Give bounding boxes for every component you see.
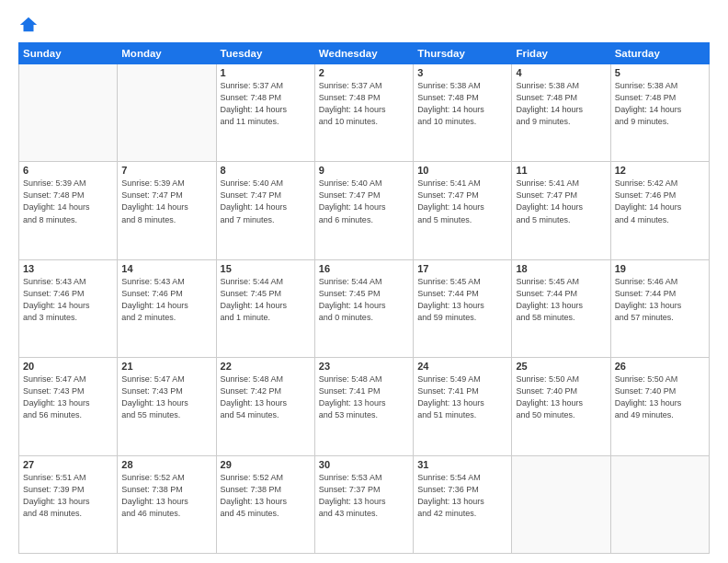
calendar-cell: 6Sunrise: 5:39 AMSunset: 7:48 PMDaylight… — [19, 162, 118, 259]
day-info: Sunrise: 5:42 AMSunset: 7:46 PMDaylight:… — [615, 178, 705, 225]
calendar-cell: 7Sunrise: 5:39 AMSunset: 7:47 PMDaylight… — [118, 162, 216, 259]
day-info: Sunrise: 5:45 AMSunset: 7:44 PMDaylight:… — [417, 276, 507, 324]
calendar-week-5: 27Sunrise: 5:51 AMSunset: 7:39 PMDayligh… — [19, 455, 710, 553]
day-info: Sunrise: 5:54 AMSunset: 7:36 PMDaylight:… — [417, 472, 507, 520]
day-number: 7 — [121, 165, 211, 176]
day-info: Sunrise: 5:51 AMSunset: 7:39 PMDaylight:… — [23, 472, 113, 520]
day-info: Sunrise: 5:41 AMSunset: 7:47 PMDaylight:… — [516, 178, 606, 225]
day-number: 2 — [319, 67, 409, 78]
day-info: Sunrise: 5:50 AMSunset: 7:40 PMDaylight:… — [615, 373, 705, 421]
weekday-header-monday: Monday — [118, 43, 216, 64]
calendar-header-row: SundayMondayTuesdayWednesdayThursdayFrid… — [19, 43, 710, 64]
calendar-cell: 3Sunrise: 5:38 AMSunset: 7:48 PMDaylight… — [414, 64, 512, 162]
day-number: 25 — [516, 361, 606, 372]
calendar-week-3: 13Sunrise: 5:43 AMSunset: 7:46 PMDayligh… — [19, 259, 710, 357]
calendar-cell: 2Sunrise: 5:37 AMSunset: 7:48 PMDaylight… — [314, 64, 413, 162]
day-number: 26 — [615, 361, 705, 372]
calendar-table: SundayMondayTuesdayWednesdayThursdayFrid… — [18, 42, 710, 554]
calendar-cell: 4Sunrise: 5:38 AMSunset: 7:48 PMDaylight… — [512, 64, 610, 162]
day-info: Sunrise: 5:47 AMSunset: 7:43 PMDaylight:… — [23, 373, 113, 421]
day-info: Sunrise: 5:37 AMSunset: 7:48 PMDaylight:… — [221, 80, 311, 128]
calendar-cell: 26Sunrise: 5:50 AMSunset: 7:40 PMDayligh… — [610, 358, 709, 455]
day-info: Sunrise: 5:39 AMSunset: 7:47 PMDaylight:… — [121, 178, 211, 225]
calendar-cell: 19Sunrise: 5:46 AMSunset: 7:44 PMDayligh… — [610, 259, 709, 357]
weekday-header-saturday: Saturday — [610, 43, 709, 64]
calendar-cell: 20Sunrise: 5:47 AMSunset: 7:43 PMDayligh… — [19, 358, 118, 455]
day-info: Sunrise: 5:40 AMSunset: 7:47 PMDaylight:… — [319, 178, 409, 225]
calendar-cell: 21Sunrise: 5:47 AMSunset: 7:43 PMDayligh… — [118, 358, 216, 455]
day-number: 16 — [319, 263, 409, 274]
calendar-cell: 5Sunrise: 5:38 AMSunset: 7:48 PMDaylight… — [610, 64, 709, 162]
day-info: Sunrise: 5:44 AMSunset: 7:45 PMDaylight:… — [319, 276, 409, 324]
day-number: 14 — [121, 263, 211, 274]
svg-marker-0 — [20, 17, 37, 32]
calendar-cell: 15Sunrise: 5:44 AMSunset: 7:45 PMDayligh… — [216, 259, 314, 357]
day-info: Sunrise: 5:53 AMSunset: 7:37 PMDaylight:… — [319, 472, 409, 520]
day-info: Sunrise: 5:49 AMSunset: 7:41 PMDaylight:… — [417, 373, 507, 421]
day-number: 15 — [221, 263, 311, 274]
calendar-cell — [610, 455, 709, 553]
weekday-header-friday: Friday — [512, 43, 610, 64]
calendar-cell: 29Sunrise: 5:52 AMSunset: 7:38 PMDayligh… — [216, 455, 314, 553]
day-number: 27 — [23, 459, 113, 470]
day-info: Sunrise: 5:38 AMSunset: 7:48 PMDaylight:… — [417, 80, 507, 128]
day-info: Sunrise: 5:52 AMSunset: 7:38 PMDaylight:… — [121, 472, 211, 520]
day-number: 19 — [615, 263, 705, 274]
day-number: 30 — [319, 459, 409, 470]
calendar-cell: 22Sunrise: 5:48 AMSunset: 7:42 PMDayligh… — [216, 358, 314, 455]
day-number: 23 — [319, 361, 409, 372]
logo — [18, 15, 40, 35]
calendar-cell: 13Sunrise: 5:43 AMSunset: 7:46 PMDayligh… — [19, 259, 118, 357]
page: SundayMondayTuesdayWednesdayThursdayFrid… — [0, 0, 728, 563]
day-number: 29 — [221, 459, 311, 470]
calendar-week-2: 6Sunrise: 5:39 AMSunset: 7:48 PMDaylight… — [19, 162, 710, 259]
weekday-header-thursday: Thursday — [414, 43, 512, 64]
calendar-cell — [19, 64, 118, 162]
day-info: Sunrise: 5:43 AMSunset: 7:46 PMDaylight:… — [121, 276, 211, 324]
calendar-cell: 23Sunrise: 5:48 AMSunset: 7:41 PMDayligh… — [314, 358, 413, 455]
day-number: 31 — [417, 459, 507, 470]
day-info: Sunrise: 5:40 AMSunset: 7:47 PMDaylight:… — [221, 178, 311, 225]
calendar-week-1: 1Sunrise: 5:37 AMSunset: 7:48 PMDaylight… — [19, 64, 710, 162]
header — [18, 15, 710, 35]
calendar-cell: 28Sunrise: 5:52 AMSunset: 7:38 PMDayligh… — [118, 455, 216, 553]
day-info: Sunrise: 5:41 AMSunset: 7:47 PMDaylight:… — [417, 178, 507, 225]
day-number: 21 — [121, 361, 211, 372]
calendar-cell: 25Sunrise: 5:50 AMSunset: 7:40 PMDayligh… — [512, 358, 610, 455]
calendar-cell: 31Sunrise: 5:54 AMSunset: 7:36 PMDayligh… — [414, 455, 512, 553]
day-number: 10 — [417, 165, 507, 176]
day-info: Sunrise: 5:48 AMSunset: 7:42 PMDaylight:… — [221, 373, 311, 421]
day-info: Sunrise: 5:38 AMSunset: 7:48 PMDaylight:… — [615, 80, 705, 128]
day-number: 12 — [615, 165, 705, 176]
day-info: Sunrise: 5:48 AMSunset: 7:41 PMDaylight:… — [319, 373, 409, 421]
calendar-cell: 12Sunrise: 5:42 AMSunset: 7:46 PMDayligh… — [610, 162, 709, 259]
day-number: 18 — [516, 263, 606, 274]
day-info: Sunrise: 5:45 AMSunset: 7:44 PMDaylight:… — [516, 276, 606, 324]
calendar-cell: 16Sunrise: 5:44 AMSunset: 7:45 PMDayligh… — [314, 259, 413, 357]
day-info: Sunrise: 5:38 AMSunset: 7:48 PMDaylight:… — [516, 80, 606, 128]
day-number: 17 — [417, 263, 507, 274]
calendar-cell: 27Sunrise: 5:51 AMSunset: 7:39 PMDayligh… — [19, 455, 118, 553]
day-number: 5 — [615, 67, 705, 78]
calendar-cell: 9Sunrise: 5:40 AMSunset: 7:47 PMDaylight… — [314, 162, 413, 259]
calendar-cell: 10Sunrise: 5:41 AMSunset: 7:47 PMDayligh… — [414, 162, 512, 259]
calendar-cell: 17Sunrise: 5:45 AMSunset: 7:44 PMDayligh… — [414, 259, 512, 357]
weekday-header-wednesday: Wednesday — [314, 43, 413, 64]
weekday-header-tuesday: Tuesday — [216, 43, 314, 64]
day-number: 4 — [516, 67, 606, 78]
day-number: 6 — [23, 165, 113, 176]
calendar-cell: 14Sunrise: 5:43 AMSunset: 7:46 PMDayligh… — [118, 259, 216, 357]
day-number: 13 — [23, 263, 113, 274]
day-number: 3 — [417, 67, 507, 78]
day-info: Sunrise: 5:39 AMSunset: 7:48 PMDaylight:… — [23, 178, 113, 225]
day-number: 24 — [417, 361, 507, 372]
calendar-cell — [512, 455, 610, 553]
day-info: Sunrise: 5:43 AMSunset: 7:46 PMDaylight:… — [23, 276, 113, 324]
calendar-cell: 30Sunrise: 5:53 AMSunset: 7:37 PMDayligh… — [314, 455, 413, 553]
day-number: 1 — [221, 67, 311, 78]
calendar-cell: 1Sunrise: 5:37 AMSunset: 7:48 PMDaylight… — [216, 64, 314, 162]
day-number: 22 — [221, 361, 311, 372]
day-number: 8 — [221, 165, 311, 176]
day-info: Sunrise: 5:46 AMSunset: 7:44 PMDaylight:… — [615, 276, 705, 324]
calendar-cell: 11Sunrise: 5:41 AMSunset: 7:47 PMDayligh… — [512, 162, 610, 259]
